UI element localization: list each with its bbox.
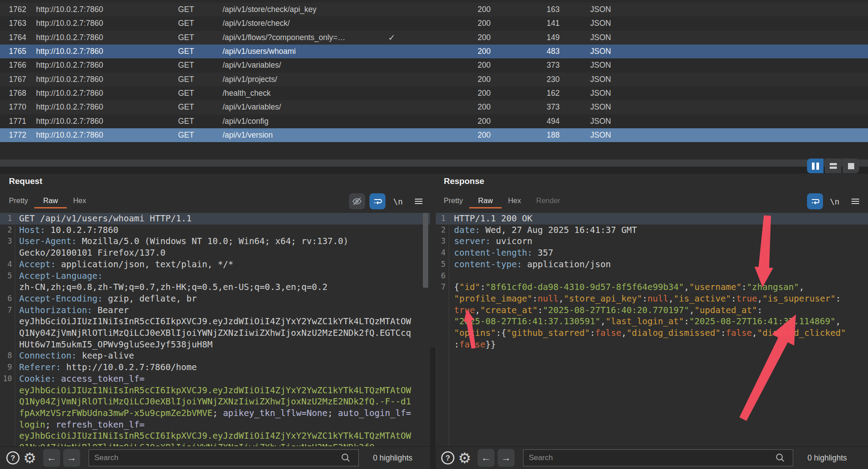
cell-path: /api/v1/variables/ <box>223 58 281 72</box>
request-panel-title: Request <box>9 176 42 186</box>
line-number: 1 <box>0 213 12 224</box>
cell-url: http://10.0.2.7:7860 <box>36 100 103 114</box>
response-tab-pretty[interactable]: Pretty <box>444 196 463 205</box>
line-text: eyJhbGciOiJIUzI1NiIsInR5cCI6IkpXVCJ9.eyJ… <box>19 316 411 327</box>
cell-status: 200 <box>478 114 491 128</box>
table-row[interactable]: 1771http://10.0.2.7:7860GET/api/v1/confi… <box>0 114 868 128</box>
line-text: Q1Ny04ZjVmNjRlOTliMzQiLCJ0eXBlIjoiYWNjZX… <box>19 327 411 339</box>
response-panel-title: Response <box>444 176 484 186</box>
request-search-bar: ? ⚙ ← → 0 highlights <box>0 446 430 469</box>
cell-method: GET <box>178 73 194 86</box>
cell-url: http://10.0.2.7:7860 <box>36 31 103 45</box>
editor-line: login; refresh_token_lf= <box>0 419 430 431</box>
editor-line: HUt6w71m5ukmI5_OPWv9gluSeeJyf538juH8M <box>0 339 430 351</box>
previous-match-button[interactable]: ← <box>43 449 60 467</box>
line-number: 2 <box>0 224 12 236</box>
editor-line: 2date: Wed, 27 Aug 2025 16:41:37 GMT <box>436 224 868 236</box>
editors-vertical-divider[interactable] <box>430 347 436 469</box>
line-text: HUt6w71m5ukmI5_OPWv9gluSeeJyf538juH8M <box>19 339 212 351</box>
cell-path: /api/v1/variables/ <box>223 100 281 114</box>
editor-line: 3server: uvicorn <box>436 236 868 247</box>
table-row[interactable]: 1763http://10.0.2.7:7860GET/api/v1/store… <box>0 16 868 30</box>
request-raw-content[interactable]: 1GET /api/v1/users/whoami HTTP/1.12Host:… <box>0 213 430 446</box>
line-text: "2025-08-27T16:41:37.130591","last_login… <box>454 316 841 327</box>
line-number: 3 <box>0 236 12 247</box>
table-row[interactable]: 1770http://10.0.2.7:7860GET/api/v1/varia… <box>0 100 868 114</box>
editor-line: Gecko/20100101 Firefox/137.0 <box>0 247 430 259</box>
response-search-bar: ? ⚙ ← → 0 highlights <box>436 446 868 469</box>
line-number: 4 <box>436 247 446 259</box>
line-number: 5 <box>0 270 12 282</box>
cell-url: http://10.0.2.7:7860 <box>36 86 103 100</box>
cell-path: /api/v1/store/check/ <box>223 16 290 30</box>
help-icon[interactable]: ? <box>5 450 20 465</box>
cell-url: http://10.0.2.7:7860 <box>36 73 103 86</box>
request-tab-hex[interactable]: Hex <box>73 196 86 205</box>
previous-match-button[interactable]: ← <box>478 449 495 467</box>
table-row[interactable]: 1765http://10.0.2.7:7860GET/api/v1/users… <box>0 45 868 58</box>
table-row[interactable]: 1767http://10.0.2.7:7860GET/api/v1/proje… <box>0 73 868 86</box>
search-input[interactable] <box>523 449 793 466</box>
line-text: :false}} <box>454 339 496 351</box>
rows-layout-button[interactable] <box>825 159 841 173</box>
response-tab-render[interactable]: Render <box>536 196 560 205</box>
newline-icon[interactable]: \n <box>827 193 843 209</box>
help-icon[interactable]: ? <box>440 450 455 465</box>
panel-splitter[interactable] <box>0 167 868 174</box>
request-tab-pretty[interactable]: Pretty <box>9 196 28 205</box>
editor-line: 4Accept: application/json, text/plain, *… <box>0 259 430 270</box>
editor-line: 3User-Agent: Mozilla/5.0 (Windows NT 10.… <box>0 236 430 247</box>
hide-icon[interactable] <box>349 193 365 209</box>
single-layout-button[interactable] <box>843 159 859 173</box>
line-text: Host: 10.0.2.7:7860 <box>19 224 118 236</box>
menu-icon[interactable] <box>847 193 863 209</box>
line-text: date: Wed, 27 Aug 2025 16:41:37 GMT <box>454 224 637 236</box>
cell-id: 1764 <box>9 31 26 45</box>
table-row[interactable]: 1772http://10.0.2.7:7860GET/api/v1/versi… <box>0 128 868 142</box>
line-text: Connection: keep-alive <box>19 350 134 362</box>
gear-icon[interactable]: ⚙ <box>23 451 37 465</box>
line-text: HTTP/1.1 200 OK <box>454 213 532 224</box>
newline-icon[interactable]: \n <box>390 193 406 209</box>
cell-mime: JSON <box>590 86 611 100</box>
message-editors-section: Request PrettyRawHex \n <box>0 174 868 469</box>
response-tab-raw[interactable]: Raw <box>478 196 493 205</box>
word-wrap-icon <box>810 196 820 207</box>
next-match-button[interactable]: → <box>498 449 515 467</box>
editor-line: 6 <box>436 270 868 282</box>
line-text: login; refresh_token_lf= <box>19 419 145 431</box>
highlights-count: 0 highlights <box>373 447 413 469</box>
columns-layout-button[interactable] <box>807 159 823 173</box>
cell-len: 149 <box>547 31 560 45</box>
editor-line: "optins":{"github_starred":false,"dialog… <box>436 327 868 339</box>
menu-icon[interactable] <box>410 193 426 209</box>
next-match-button[interactable]: → <box>63 449 80 467</box>
editor-line: eyJhbGciOiJIUzI1NiIsInR5cCI6IkpXVCJ9.eyJ… <box>0 385 430 396</box>
response-tab-hex[interactable]: Hex <box>508 196 521 205</box>
editor-line: 9Referer: http://10.0.2.7:7860/home <box>0 362 430 373</box>
line-text: {"id":"8f61cf0d-da98-4310-9d57-8f5f64e99… <box>454 281 804 293</box>
response-raw-content[interactable]: 1HTTP/1.1 200 OK2date: Wed, 27 Aug 2025 … <box>436 213 868 446</box>
table-row[interactable]: 1762http://10.0.2.7:7860GET/api/v1/store… <box>0 3 868 16</box>
editor-line: 1HTTP/1.1 200 OK <box>436 213 868 224</box>
cell-len: 163 <box>547 3 560 16</box>
request-tab-raw[interactable]: Raw <box>43 196 58 205</box>
cell-url: http://10.0.2.7:7860 <box>36 3 103 16</box>
line-text: Accept-Encoding: gzip, deflate, br <box>19 293 197 305</box>
line-number: 3 <box>436 236 446 247</box>
cell-len: 230 <box>547 73 560 86</box>
response-gutter-separator <box>449 213 449 446</box>
table-row[interactable]: 1764http://10.0.2.7:7860GET/api/v1/flows… <box>0 31 868 45</box>
cell-id: 1763 <box>9 16 26 30</box>
cell-id: 1765 <box>9 45 26 58</box>
gear-icon[interactable]: ⚙ <box>458 451 471 465</box>
table-row[interactable]: 1766http://10.0.2.7:7860GET/api/v1/varia… <box>0 58 868 72</box>
table-row[interactable]: 1768http://10.0.2.7:7860GET/health_check… <box>0 86 868 100</box>
wrap-icon[interactable] <box>369 193 385 209</box>
wrap-icon[interactable] <box>807 193 823 209</box>
request-scrollbar-thumb[interactable] <box>423 213 428 288</box>
table-horizontal-scrollbar[interactable] <box>0 159 868 167</box>
search-input[interactable] <box>89 449 359 466</box>
line-text: User-Agent: Mozilla/5.0 (Windows NT 10.0… <box>19 236 349 247</box>
http-history-table[interactable]: 1762http://10.0.2.7:7860GET/api/v1/store… <box>0 0 868 157</box>
